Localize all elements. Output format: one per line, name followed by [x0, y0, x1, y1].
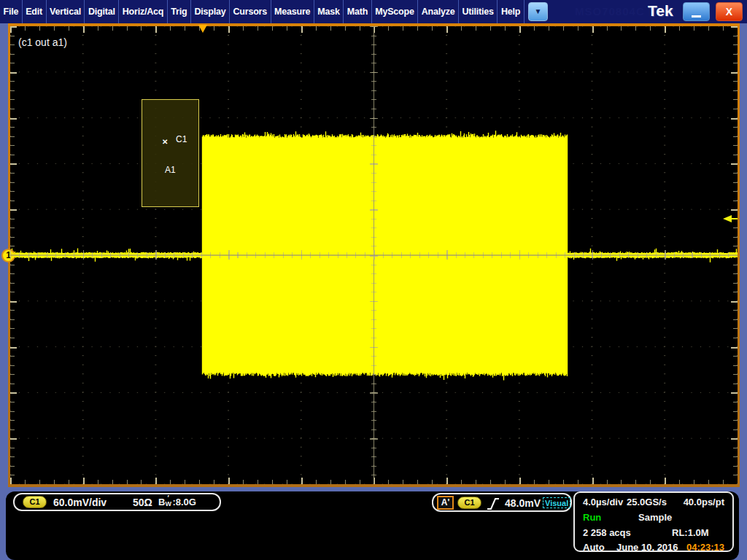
acquisition-readout[interactable]: 4.0µs/div 25.0GS/s 40.0ps/pt Run Sample … [573, 491, 734, 552]
trigger-source-pill: C1 [457, 497, 481, 509]
menu-item-horiz-acq[interactable]: Horiz/Acq [119, 0, 168, 23]
acquisition-mode: Sample [638, 512, 672, 523]
menu-item-myscope[interactable]: MyScope [372, 0, 418, 23]
menu-item-vertical[interactable]: Vertical [47, 0, 85, 23]
time-value: 04:23:13 [686, 542, 724, 553]
trigger-level-value: 48.0mV [505, 497, 541, 509]
grid-center-hline [10, 254, 738, 256]
tek-logo: Tek [648, 2, 673, 20]
resolution-value: 40.0ps/pt [684, 497, 724, 508]
menu-item-measure[interactable]: Measure [271, 0, 314, 23]
status-bar: C1 60.0mV/div 50Ω B′W:8.0G A' C1 48.0mV … [6, 491, 739, 560]
vertical-scale-value: 60.0mV/div [53, 497, 107, 508]
cursor-callout-box[interactable]: ✕ C1 A1 [142, 99, 199, 207]
menu-item-mask[interactable]: Mask [314, 0, 344, 23]
channel-1-pill: C1 [23, 496, 47, 508]
acquisition-count: 2 258 acqs [583, 527, 631, 538]
run-state: Run [583, 512, 601, 523]
minimize-button[interactable] [683, 2, 710, 21]
visual-trigger-button[interactable]: Visual [543, 497, 570, 508]
date-value: June 10, 2016 [616, 542, 678, 553]
menu-item-trig[interactable]: Trig [168, 0, 191, 23]
bandwidth-value: B′W:8.0G [158, 497, 196, 508]
chevron-down-icon: ▼ [535, 8, 542, 15]
menu-item-math[interactable]: Math [344, 0, 371, 23]
minimize-icon [692, 15, 701, 18]
menu-item-file[interactable]: File [0, 0, 23, 23]
channel-readout[interactable]: C1 60.0mV/div 50Ω B′W:8.0G [13, 493, 221, 511]
menu-item-utilities[interactable]: Utilities [459, 0, 498, 23]
callout-label-a1: A1 [165, 165, 176, 175]
graticule: (c1 out a1) ✕ C1 A1 [10, 26, 738, 484]
record-length: RL:1.0M [672, 527, 709, 538]
menu-overflow-button[interactable]: ▼ [528, 2, 548, 21]
sample-rate-value: 25.0GS/s [627, 497, 667, 508]
menu-bar: FileEditVerticalDigitalHoriz/AcqTrigDisp… [0, 0, 747, 23]
scope-display-frame: (c1 out a1) ✕ C1 A1 [8, 23, 740, 487]
menu-item-cursors[interactable]: Cursors [230, 0, 271, 23]
trigger-bus-badge: A' [437, 496, 454, 510]
cursor-marker-icon: ✕ [162, 138, 168, 146]
menu-item-edit[interactable]: Edit [23, 0, 47, 23]
menu-item-list: FileEditVerticalDigitalHoriz/AcqTrigDisp… [0, 0, 525, 23]
scope-model-label: MSO70804C [575, 5, 645, 18]
trigger-mode: Auto [583, 542, 605, 553]
rising-edge-icon [486, 496, 500, 512]
trigger-level-arrow[interactable] [723, 215, 732, 222]
menu-item-display[interactable]: Display [191, 0, 230, 23]
menu-item-help[interactable]: Help [498, 0, 524, 23]
close-button[interactable]: X [716, 2, 743, 21]
callout-label-c1: C1 [176, 134, 187, 144]
menu-item-analyze[interactable]: Analyze [418, 0, 459, 23]
screen-annotation: (c1 out a1) [18, 36, 67, 48]
trigger-level-line [731, 218, 738, 219]
trigger-position-marker[interactable] [198, 25, 207, 33]
trigger-readout[interactable]: A' C1 48.0mV Visual [432, 493, 572, 512]
menu-item-digital[interactable]: Digital [85, 0, 119, 23]
termination-value: 50Ω [133, 497, 152, 508]
timebase-value: 4.0µs/div [583, 497, 623, 508]
